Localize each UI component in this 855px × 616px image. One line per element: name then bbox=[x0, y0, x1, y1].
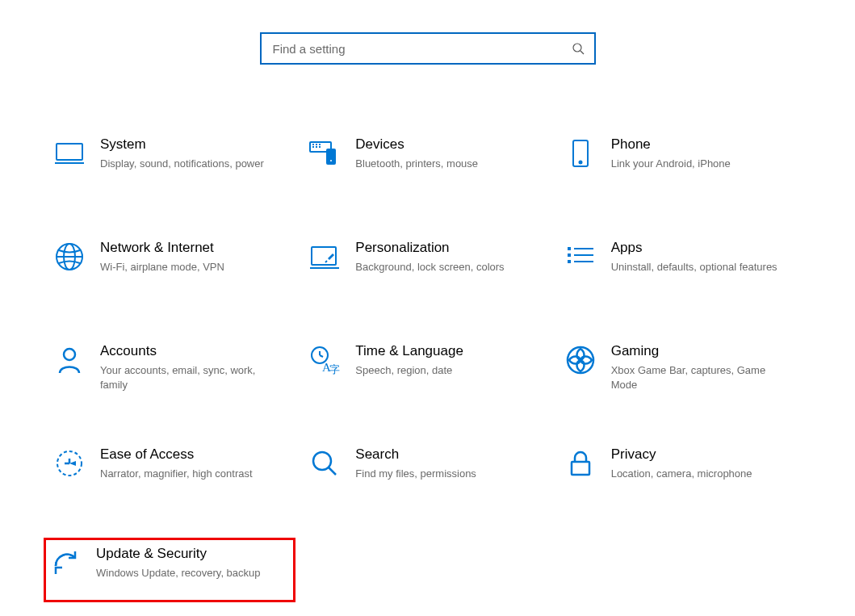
svg-rect-24 bbox=[568, 260, 571, 263]
tile-desc: Location, camera, microphone bbox=[611, 467, 752, 481]
tile-desc: Xbox Game Bar, captures, Game Mode bbox=[611, 363, 781, 392]
tile-apps[interactable]: Apps Uninstall, defaults, optional featu… bbox=[560, 233, 807, 297]
search-box[interactable] bbox=[260, 32, 596, 65]
tile-system[interactable]: System Display, sound, notifications, po… bbox=[48, 129, 295, 194]
tile-title: Phone bbox=[611, 136, 731, 153]
svg-line-31 bbox=[320, 355, 323, 357]
ease-of-access-icon bbox=[53, 447, 86, 480]
tile-title: Time & Language bbox=[355, 342, 463, 360]
settings-home: System Display, sound, notifications, po… bbox=[0, 0, 855, 616]
svg-point-0 bbox=[573, 44, 581, 52]
tile-desc: Find my files, permissions bbox=[355, 467, 476, 481]
tile-time-language[interactable]: A 字 Time & Language Speech, region, date bbox=[304, 336, 551, 400]
svg-line-1 bbox=[580, 51, 584, 54]
tile-title: Apps bbox=[611, 239, 777, 257]
tile-title: Devices bbox=[355, 136, 478, 153]
svg-point-12 bbox=[329, 159, 333, 162]
tile-desc: Narrator, magnifier, high contrast bbox=[100, 467, 253, 481]
tile-title: Network & Internet bbox=[100, 239, 224, 257]
svg-text:字: 字 bbox=[329, 363, 340, 375]
svg-rect-13 bbox=[329, 151, 333, 153]
tile-desc: Link your Android, iPhone bbox=[611, 157, 731, 171]
svg-rect-22 bbox=[568, 247, 571, 250]
svg-rect-27 bbox=[574, 261, 593, 262]
svg-rect-23 bbox=[568, 254, 571, 257]
tile-text: System Display, sound, notifications, po… bbox=[100, 136, 264, 171]
tile-gaming[interactable]: Gaming Xbox Game Bar, captures, Game Mod… bbox=[560, 336, 807, 400]
tile-text: Personalization Background, lock screen,… bbox=[355, 239, 504, 274]
gaming-icon bbox=[564, 344, 597, 376]
tile-text: Ease of Access Narrator, magnifier, high… bbox=[100, 446, 253, 481]
tile-title: System bbox=[100, 136, 264, 153]
tile-title: Search bbox=[355, 446, 476, 463]
tile-title: Update & Security bbox=[96, 545, 261, 563]
svg-point-37 bbox=[313, 452, 331, 470]
lock-icon bbox=[564, 447, 597, 480]
globe-icon bbox=[53, 241, 86, 273]
tile-text: Accounts Your accounts, email, sync, wor… bbox=[100, 342, 270, 392]
tile-phone[interactable]: Phone Link your Android, iPhone bbox=[560, 129, 807, 194]
tile-accounts[interactable]: Accounts Your accounts, email, sync, wor… bbox=[48, 336, 295, 400]
tile-title: Personalization bbox=[355, 239, 504, 257]
tile-text: Search Find my files, permissions bbox=[355, 446, 476, 481]
tile-text: Phone Link your Android, iPhone bbox=[611, 136, 731, 171]
tile-update-security[interactable]: Update & Security Windows Update, recove… bbox=[44, 538, 295, 602]
tile-search[interactable]: Search Find my files, permissions bbox=[304, 439, 551, 504]
tile-text: Network & Internet Wi-Fi, airplane mode,… bbox=[100, 239, 224, 274]
tile-desc: Speech, region, date bbox=[355, 363, 463, 378]
phone-icon bbox=[564, 137, 597, 170]
apps-icon bbox=[564, 241, 597, 273]
settings-grid: System Display, sound, notifications, po… bbox=[48, 129, 807, 602]
tile-title: Privacy bbox=[611, 446, 752, 463]
tile-title: Gaming bbox=[611, 342, 781, 360]
search-input[interactable] bbox=[271, 34, 572, 63]
search-icon bbox=[572, 42, 585, 55]
svg-rect-39 bbox=[572, 462, 589, 475]
tile-desc: Display, sound, notifications, power bbox=[100, 157, 264, 171]
tile-ease-of-access[interactable]: Ease of Access Narrator, magnifier, high… bbox=[48, 439, 295, 504]
tile-text: Update & Security Windows Update, recove… bbox=[96, 545, 261, 580]
tile-desc: Background, lock screen, colors bbox=[355, 260, 504, 274]
tile-network[interactable]: Network & Internet Wi-Fi, airplane mode,… bbox=[48, 233, 295, 297]
tile-title: Ease of Access bbox=[100, 446, 253, 463]
tile-desc: Wi-Fi, airplane mode, VPN bbox=[100, 260, 224, 274]
update-icon bbox=[49, 547, 82, 579]
system-icon bbox=[53, 137, 86, 170]
accounts-icon bbox=[53, 344, 86, 376]
svg-line-21 bbox=[325, 261, 327, 262]
tile-desc: Uninstall, defaults, optional features bbox=[611, 260, 777, 274]
magnifier-icon bbox=[308, 447, 341, 480]
svg-line-38 bbox=[329, 467, 336, 475]
devices-icon bbox=[308, 137, 341, 170]
tile-text: Privacy Location, camera, microphone bbox=[611, 446, 752, 481]
svg-rect-25 bbox=[574, 248, 593, 249]
tile-title: Accounts bbox=[100, 342, 270, 360]
tile-devices[interactable]: Devices Bluetooth, printers, mouse bbox=[304, 129, 551, 194]
tile-privacy[interactable]: Privacy Location, camera, microphone bbox=[560, 439, 807, 504]
tile-text: Gaming Xbox Game Bar, captures, Game Mod… bbox=[611, 342, 781, 392]
tile-desc: Windows Update, recovery, backup bbox=[96, 566, 261, 580]
search-container bbox=[260, 32, 596, 65]
time-language-icon: A 字 bbox=[308, 344, 341, 376]
svg-rect-26 bbox=[574, 254, 593, 256]
tile-text: Time & Language Speech, region, date bbox=[355, 342, 463, 378]
svg-point-15 bbox=[579, 161, 581, 164]
svg-point-28 bbox=[64, 349, 75, 360]
tile-text: Apps Uninstall, defaults, optional featu… bbox=[611, 239, 777, 274]
tile-desc: Your accounts, email, sync, work, family bbox=[100, 363, 270, 392]
personalization-icon bbox=[308, 241, 341, 273]
tile-text: Devices Bluetooth, printers, mouse bbox=[355, 136, 478, 171]
svg-rect-2 bbox=[57, 144, 82, 160]
tile-desc: Bluetooth, printers, mouse bbox=[355, 157, 478, 171]
tile-personalization[interactable]: Personalization Background, lock screen,… bbox=[304, 233, 551, 297]
